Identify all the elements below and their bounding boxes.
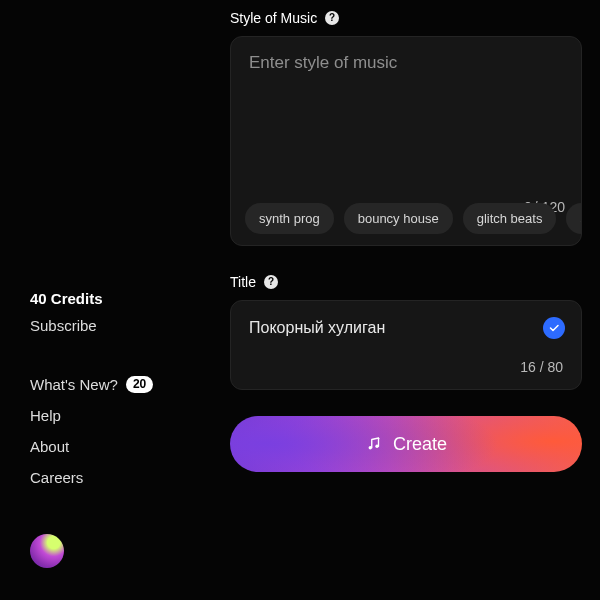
help-icon[interactable]: ? [264, 275, 278, 289]
style-tag[interactable]: synth prog [245, 203, 334, 234]
style-section-label: Style of Music ? [230, 10, 582, 26]
credits-label: 40 Credits [30, 290, 153, 307]
help-icon[interactable]: ? [325, 11, 339, 25]
whats-new-label: What's New? [30, 376, 118, 393]
create-button[interactable]: Create [230, 416, 582, 472]
title-card: Покорный хулиган 16 / 80 [230, 300, 582, 390]
subscribe-link[interactable]: Subscribe [30, 317, 153, 334]
title-label-text: Title [230, 274, 256, 290]
style-tag[interactable]: glitch beats [463, 203, 557, 234]
about-link[interactable]: About [30, 438, 153, 455]
style-tag-row: synth prog bouncy house glitch beats sy [231, 191, 581, 245]
style-tag[interactable]: sy [566, 203, 581, 234]
svg-point-1 [375, 445, 378, 448]
title-section-label: Title ? [230, 274, 582, 290]
sparkle-note-icon [365, 435, 383, 453]
style-placeholder: Enter style of music [249, 53, 397, 72]
check-icon[interactable] [543, 317, 565, 339]
style-card: Enter style of music 0 / 120 synth prog … [230, 36, 582, 246]
avatar[interactable] [30, 534, 64, 568]
whats-new-badge: 20 [126, 376, 153, 393]
title-counter: 16 / 80 [249, 359, 563, 375]
sidebar: 40 Credits Subscribe What's New? 20 Help… [30, 290, 153, 486]
main-panel: Style of Music ? Enter style of music 0 … [230, 10, 582, 472]
svg-point-0 [369, 446, 372, 449]
careers-link[interactable]: Careers [30, 469, 153, 486]
style-label-text: Style of Music [230, 10, 317, 26]
create-label: Create [393, 434, 447, 455]
style-tag[interactable]: bouncy house [344, 203, 453, 234]
whats-new-link[interactable]: What's New? 20 [30, 376, 153, 393]
help-link[interactable]: Help [30, 407, 153, 424]
title-input[interactable]: Покорный хулиган [249, 319, 563, 337]
